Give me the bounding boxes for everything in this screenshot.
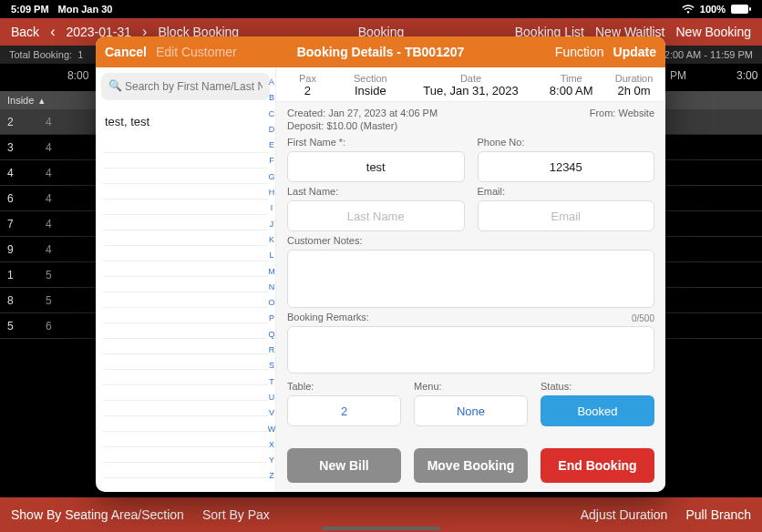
row-table: 8	[0, 294, 46, 307]
home-indicator	[322, 527, 440, 530]
customer-list-item[interactable]: test, test	[96, 106, 275, 138]
alpha-letter[interactable]: Y	[267, 453, 276, 468]
search-icon: 🔍	[108, 79, 122, 92]
total-booking-value: 1	[77, 49, 83, 60]
alpha-letter[interactable]: P	[267, 311, 276, 326]
chevron-up-icon: ▴	[39, 95, 45, 107]
first-name-input[interactable]	[287, 151, 465, 182]
deposit-text: Deposit: $10.00 (Master)	[287, 120, 397, 131]
battery-percent: 100%	[700, 4, 726, 15]
alpha-letter[interactable]: B	[267, 90, 276, 106]
duration-value[interactable]: 2h 0m	[602, 84, 665, 97]
last-name-input[interactable]	[287, 200, 465, 231]
email-input[interactable]	[478, 200, 655, 231]
alpha-letter[interactable]: K	[267, 232, 276, 248]
first-name-label: First Name *:	[287, 137, 465, 148]
alpha-letter[interactable]: J	[267, 217, 276, 232]
alpha-letter[interactable]: M	[267, 264, 276, 280]
time-range: 12:00 AM - 11:59 PM	[659, 49, 753, 60]
row-table: 7	[0, 218, 46, 230]
phone-input[interactable]	[478, 151, 655, 182]
row-table: 9	[0, 243, 46, 256]
row-pax: 5	[46, 269, 73, 281]
function-button[interactable]: Function	[555, 45, 604, 59]
row-table: 1	[0, 269, 46, 281]
last-name-label: Last Name:	[287, 186, 465, 197]
date-value[interactable]: Tue, Jan 31, 2023	[402, 84, 541, 97]
alpha-letter[interactable]: W	[267, 422, 276, 437]
menu-selector[interactable]: None	[414, 395, 528, 426]
pax-label: Pax	[276, 73, 339, 84]
alpha-letter[interactable]: E	[267, 138, 276, 153]
wifi-icon	[682, 5, 695, 14]
move-booking-button[interactable]: Move Booking	[414, 448, 528, 483]
row-table: 2	[0, 116, 46, 128]
cancel-button[interactable]: Cancel	[105, 45, 147, 59]
row-table: 5	[0, 320, 46, 332]
back-button[interactable]: Back	[11, 25, 39, 39]
alpha-letter[interactable]: U	[267, 390, 276, 405]
update-button[interactable]: Update	[613, 45, 656, 59]
alpha-letter[interactable]: L	[267, 248, 276, 263]
alpha-letter[interactable]: S	[267, 358, 276, 373]
duration-label: Duration	[602, 73, 665, 84]
alpha-letter[interactable]: N	[267, 280, 276, 295]
timeline-tick: 3:00	[736, 69, 757, 82]
sort-by-button[interactable]: Sort By Pax	[202, 507, 270, 522]
status-date: Mon Jan 30	[58, 4, 113, 15]
total-booking-label: Total Booking:	[9, 49, 72, 60]
new-bill-button[interactable]: New Bill	[287, 448, 401, 483]
time-value[interactable]: 8:00 AM	[540, 84, 602, 97]
svg-rect-1	[749, 7, 751, 11]
row-table: 3	[0, 141, 46, 154]
alpha-letter[interactable]: F	[267, 153, 276, 169]
booking-remarks-input[interactable]	[287, 326, 654, 373]
alpha-letter[interactable]: R	[267, 343, 276, 358]
alpha-index[interactable]: ABCDEFGHIJKLMNOPQRSTUVWXYZ	[267, 75, 276, 485]
notes-label: Customer Notes:	[287, 235, 654, 246]
row-pax: 6	[46, 320, 73, 332]
row-pax: 4	[46, 218, 73, 230]
alpha-letter[interactable]: T	[267, 374, 276, 390]
alpha-letter[interactable]: H	[267, 185, 276, 200]
section-value[interactable]: Inside	[339, 84, 402, 97]
adjust-duration-button[interactable]: Adjust Duration	[581, 507, 668, 522]
date-label: Date	[402, 73, 541, 84]
from-text: From: Website	[590, 107, 654, 118]
end-booking-button[interactable]: End Booking	[541, 448, 654, 483]
row-pax: 4	[46, 116, 73, 128]
pull-branch-button[interactable]: Pull Branch	[685, 507, 751, 522]
pax-value[interactable]: 2	[276, 84, 339, 97]
menu-label: Menu:	[414, 381, 528, 392]
show-by-button[interactable]: Show By Seating Area/Section	[11, 507, 184, 522]
booking-info-row: Pax2 SectionInside DateTue, Jan 31, 2023…	[276, 67, 665, 102]
email-label: Email:	[478, 186, 655, 197]
section-name: Inside	[7, 95, 34, 106]
booking-form-pane: Pax2 SectionInside DateTue, Jan 31, 2023…	[276, 67, 665, 492]
row-pax: 4	[46, 192, 73, 205]
alpha-letter[interactable]: C	[267, 107, 276, 122]
status-selector[interactable]: Booked	[541, 395, 654, 426]
alpha-letter[interactable]: I	[267, 200, 276, 216]
table-label: Table:	[287, 381, 401, 392]
alpha-letter[interactable]: A	[267, 75, 276, 90]
created-text: Created: Jan 27, 2023 at 4:06 PM	[287, 107, 438, 118]
customer-notes-input[interactable]	[287, 250, 654, 308]
alpha-letter[interactable]: G	[267, 169, 276, 185]
search-input[interactable]	[101, 73, 270, 100]
alpha-letter[interactable]: Q	[267, 327, 276, 343]
row-table: 6	[0, 192, 46, 205]
alpha-letter[interactable]: D	[267, 122, 276, 138]
new-booking-button[interactable]: New Booking	[676, 25, 752, 39]
alpha-letter[interactable]: V	[267, 405, 276, 421]
table-selector[interactable]: 2	[287, 395, 401, 426]
section-label: Section	[339, 73, 402, 84]
status-label: Status:	[541, 381, 654, 392]
alpha-letter[interactable]: Z	[267, 468, 276, 484]
row-pax: 4	[46, 141, 73, 154]
chevron-left-icon[interactable]: ‹	[50, 24, 55, 40]
alpha-letter[interactable]: X	[267, 437, 276, 453]
status-bar: 5:09 PM Mon Jan 30 100%	[0, 0, 762, 18]
edit-customer-button[interactable]: Edit Customer	[156, 45, 237, 59]
alpha-letter[interactable]: O	[267, 295, 276, 311]
